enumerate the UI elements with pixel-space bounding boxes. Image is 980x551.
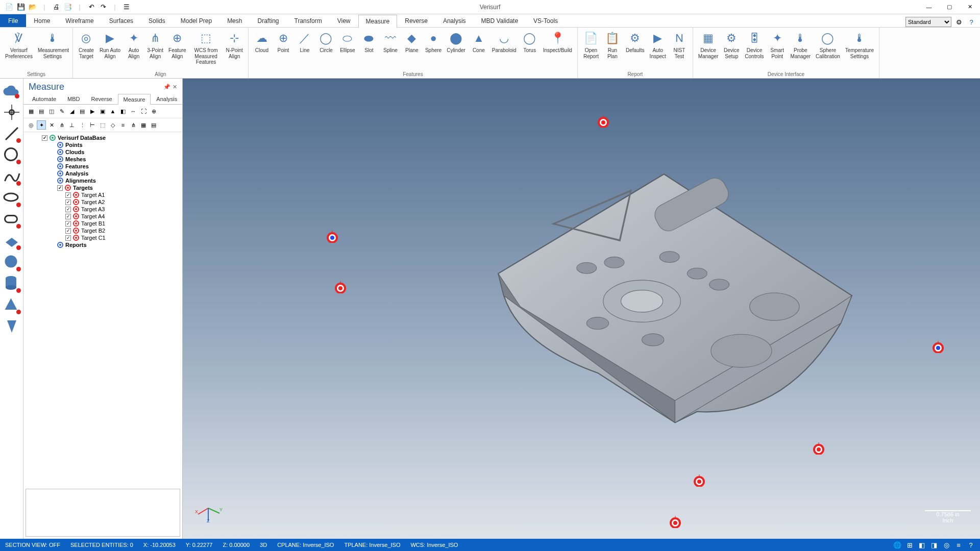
tb-icon[interactable]: ⬚ — [98, 120, 107, 130]
tb-icon[interactable]: ▦ — [27, 107, 36, 116]
tree-checkbox[interactable]: ✓ — [65, 214, 71, 219]
sphere-calibration-button[interactable]: ◯SphereCalibration — [814, 29, 842, 61]
close-button[interactable]: ✕ — [960, 1, 980, 13]
cone-tool-icon[interactable] — [3, 296, 21, 314]
panel-tab-mbd[interactable]: MBD — [62, 93, 85, 104]
target-marker[interactable] — [932, 341, 944, 353]
cone-button[interactable]: ▲Cone — [469, 29, 489, 55]
spline-tool-icon[interactable] — [3, 167, 21, 186]
units-select[interactable]: Standard — [905, 17, 951, 27]
new-icon[interactable]: 📄 — [4, 2, 14, 12]
tree-checkbox[interactable]: ✓ — [65, 228, 71, 234]
point-tool-icon[interactable] — [3, 103, 21, 121]
tb-icon[interactable]: ⛶ — [139, 107, 148, 116]
maximize-button[interactable]: ▢ — [939, 1, 960, 13]
menu-tab-drafting[interactable]: Drafting — [250, 14, 286, 27]
cloud-tool-icon[interactable] — [3, 82, 21, 100]
auto-inspect-button[interactable]: ▶AutoInspect — [648, 29, 668, 61]
panel-tab-reverse[interactable]: Reverse — [86, 93, 118, 104]
feature-align-button[interactable]: ⊕FeatureAlign — [166, 29, 188, 61]
tb-icon[interactable]: ▲ — [108, 107, 117, 116]
run-plan-button[interactable]: 📋RunPlan — [602, 29, 623, 61]
tree-node-target-a2[interactable]: ✓Target A2 — [27, 198, 179, 206]
status-section[interactable]: SECTION VIEW: OFF — [5, 542, 60, 548]
menu-tab-view[interactable]: View — [330, 14, 358, 27]
panel-tab-analysis[interactable]: Analysis — [151, 93, 183, 104]
temperature-settings-button[interactable]: 🌡TemperatureSettings — [843, 29, 876, 61]
target-marker[interactable] — [669, 516, 681, 528]
tree-node-target-b2[interactable]: ✓Target B2 — [27, 227, 179, 234]
tree-node-target-b1[interactable]: ✓Target B1 — [27, 220, 179, 227]
tb-icon[interactable]: ▤ — [78, 107, 87, 116]
tb-icon[interactable]: ▦ — [139, 120, 148, 130]
line-tool-icon[interactable] — [3, 124, 21, 143]
status-target-icon[interactable]: ◎ — [942, 541, 950, 549]
ellipse-button[interactable]: ⬭Ellipse — [337, 29, 358, 55]
tb-icon[interactable]: ◇ — [108, 120, 117, 130]
panel-tab-measure[interactable]: Measure — [118, 94, 151, 105]
create-target-button[interactable]: ◎CreateTarget — [76, 29, 96, 61]
target-marker[interactable] — [597, 115, 609, 128]
tb-icon[interactable]: ▶ — [88, 107, 97, 116]
tb-icon[interactable]: ⊢ — [88, 120, 97, 130]
target-marker[interactable] — [813, 442, 825, 455]
device-controls-button[interactable]: 🎛DeviceControls — [743, 29, 766, 61]
status-menu-icon[interactable]: ≡ — [954, 541, 963, 549]
tree-checkbox[interactable]: ✓ — [65, 192, 71, 198]
circle-button[interactable]: ◯Circle — [316, 29, 336, 55]
tree-node-meshes[interactable]: Meshes — [27, 156, 179, 163]
sphere-button[interactable]: ●Sphere — [423, 29, 444, 55]
tree-checkbox[interactable]: ✓ — [57, 185, 63, 191]
tb-icon[interactable]: ⋔ — [57, 120, 66, 130]
tree-checkbox[interactable]: ✓ — [65, 221, 71, 227]
print-icon[interactable]: 🖨 — [51, 2, 61, 12]
tree-node-reports[interactable]: Reports — [27, 241, 179, 248]
tb-icon[interactable]: ⊕ — [149, 107, 158, 116]
redo-icon[interactable]: ↷ — [98, 2, 108, 12]
sphere-tool-icon[interactable] — [3, 253, 21, 271]
tree-checkbox[interactable]: ✓ — [65, 199, 71, 205]
measurement-settings-button[interactable]: 🌡MeasurementSettings — [36, 29, 69, 61]
tb-icon[interactable]: ▤ — [37, 107, 46, 116]
tb-icon[interactable]: ⋔ — [129, 120, 138, 130]
menu-tab-surfaces[interactable]: Surfaces — [102, 14, 141, 27]
folder-icon[interactable]: 📂 — [28, 2, 38, 12]
torus-button[interactable]: ◯Torus — [520, 29, 540, 55]
status-view[interactable]: 3D — [260, 542, 267, 548]
tree-checkbox[interactable]: ✓ — [65, 207, 71, 212]
tree-checkbox[interactable]: ✓ — [42, 135, 47, 141]
spline-button[interactable]: 〰Spline — [380, 29, 401, 55]
3point-align-button[interactable]: ⋔3-PointAlign — [145, 29, 165, 61]
status-cplane[interactable]: CPLANE: Inverse_ISO — [277, 542, 334, 548]
tb-icon[interactable]: ⊥ — [67, 120, 77, 130]
minimize-button[interactable]: — — [919, 1, 939, 13]
tb-icon[interactable]: ▤ — [149, 120, 158, 130]
plane-button[interactable]: ◆Plane — [402, 29, 422, 55]
status-globe-icon[interactable]: 🌐 — [893, 541, 901, 549]
tree-node-analysis[interactable]: Analysis — [27, 170, 179, 177]
defaults-button[interactable]: ⚙Defaults — [624, 29, 647, 55]
tb-icon[interactable]: ✎ — [57, 107, 66, 116]
line-button[interactable]: ／Line — [295, 29, 315, 55]
tree-node-target-a4[interactable]: ✓Target A4 — [27, 213, 179, 220]
tree-node-clouds[interactable]: Clouds — [27, 148, 179, 156]
tree-node-target-a1[interactable]: ✓Target A1 — [27, 191, 179, 198]
close-panel-icon[interactable]: ✕ — [173, 84, 177, 90]
status-help-icon[interactable]: ? — [967, 541, 975, 549]
menu-tab-transform[interactable]: Transform — [287, 14, 330, 27]
tree-checkbox[interactable]: ✓ — [65, 235, 71, 241]
device-manager-button[interactable]: ▦DeviceManager — [696, 29, 720, 61]
tb-icon[interactable]: ◢ — [67, 107, 77, 116]
tb-icon[interactable]: ✦ — [37, 120, 46, 130]
menu-tab-home[interactable]: Home — [26, 14, 58, 27]
slot-button[interactable]: ⬬Slot — [359, 29, 379, 55]
status-tplane[interactable]: TPLANE: Inverse_ISO — [344, 542, 400, 548]
feature-tree[interactable]: ✓Verisurf DataBasePointsCloudsMeshesFeat… — [23, 132, 182, 487]
list-icon[interactable]: ☰ — [121, 2, 132, 12]
menu-tab-measure[interactable]: Measure — [358, 15, 398, 28]
menu-tab-model-prep[interactable]: Model Prep — [173, 14, 219, 27]
target-marker[interactable] — [334, 281, 347, 293]
help-icon[interactable]: ? — [967, 17, 976, 27]
point-button[interactable]: ⊕Point — [273, 29, 293, 55]
tb-icon[interactable]: ◎ — [27, 120, 36, 130]
